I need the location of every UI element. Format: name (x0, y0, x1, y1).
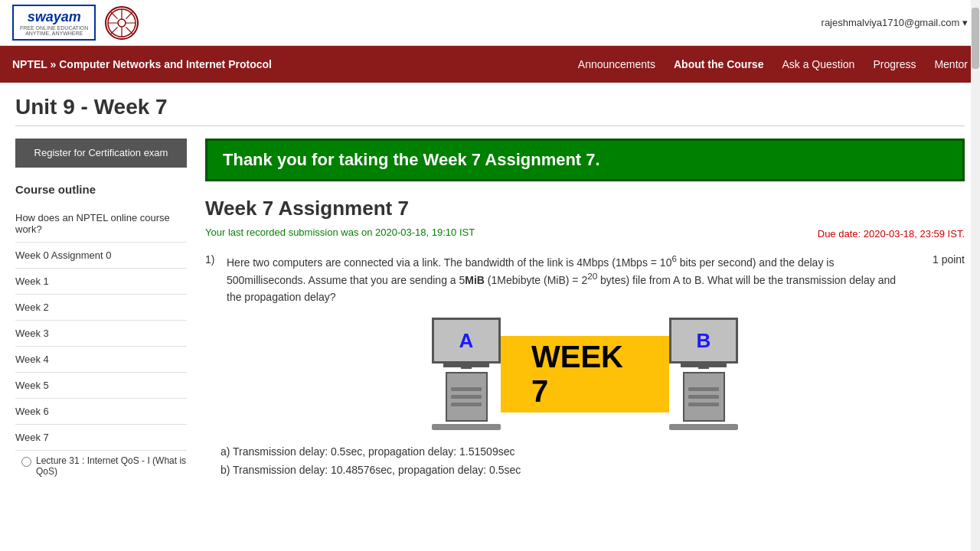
question-bold-mib: MiB (465, 274, 485, 286)
swayam-logo: swayam FREE ONLINE EDUCATIONANYTIME, ANY… (12, 5, 96, 41)
page-content: Unit 9 - Week 7 Register for Certificati… (0, 83, 980, 504)
computer-b: B (669, 318, 738, 430)
nav-bar: NPTEL » Computer Networks and Internet P… (0, 46, 980, 83)
computer-b-label: B (697, 329, 711, 353)
sidebar-item-how-it-works[interactable]: How does an NPTEL online course work? (15, 205, 187, 243)
question-text-1: Here two computers are connected via a l… (227, 256, 671, 269)
sidebar-item-week3[interactable]: Week 3 (15, 321, 187, 347)
breadcrumb-course[interactable]: Computer Networks and Internet Protocol (59, 58, 272, 70)
week7-banner: WEEK 7 (501, 336, 669, 412)
nav-announcements[interactable]: Announcements (578, 58, 655, 70)
main-layout: Register for Certification exam Course o… (15, 139, 965, 491)
nptel-logo (105, 6, 139, 40)
nav-about-course[interactable]: About the Course (674, 58, 763, 70)
sidebar-item-week6[interactable]: Week 6 (15, 399, 187, 425)
course-outline-title: Course outline (15, 183, 187, 196)
question-exp-1: 6 (671, 253, 676, 263)
user-email[interactable]: rajeshmalviya1710@gmail.com (822, 17, 968, 28)
option-a: a) Transmission delay: 0.5sec, propagati… (220, 442, 965, 461)
svg-line-8 (126, 11, 133, 18)
point-label-1: 1 point (919, 253, 965, 305)
thank-you-banner: Thank you for taking the Week 7 Assignme… (205, 139, 965, 181)
monitor-b: B (669, 318, 738, 364)
question-text-3: (1Mebibyte (MiB) = 2 (488, 274, 587, 286)
sidebar-item-week4[interactable]: Week 4 (15, 347, 187, 373)
sidebar-item-week7[interactable]: Week 7 (15, 425, 187, 451)
scrollbar-thumb[interactable] (972, 8, 979, 69)
register-button[interactable]: Register for Certification exam (15, 139, 187, 168)
due-date: Due date: 2020-03-18, 23:59 IST. (818, 228, 965, 240)
question-exp-2: 20 (587, 271, 597, 281)
svg-line-7 (126, 27, 133, 34)
nav-mentor[interactable]: Mentor (934, 58, 968, 70)
svg-line-9 (111, 27, 118, 34)
sidebar-item-week2[interactable]: Week 2 (15, 295, 187, 321)
question-row-1: 1) Here two computers are connected via … (205, 253, 965, 305)
option-b: b) Transmission delay: 10.48576sec, prop… (220, 461, 965, 479)
logo-area: swayam FREE ONLINE EDUCATIONANYTIME, ANY… (12, 5, 139, 41)
question-image-area: A (205, 318, 965, 430)
sidebar-sub-item-lecture31[interactable]: Lecture 31 : Internet QoS - I (What is Q… (15, 451, 187, 481)
breadcrumb-separator: » (51, 58, 60, 70)
options-list-1: a) Transmission delay: 0.5sec, propagati… (205, 442, 965, 479)
question-num-1: 1) (205, 253, 220, 305)
svg-point-1 (118, 19, 126, 27)
sidebar-item-week0[interactable]: Week 0 Assignment 0 (15, 243, 187, 269)
computer-a-label: A (459, 329, 474, 353)
sidebar-item-week5[interactable]: Week 5 (15, 373, 187, 399)
tower-a (446, 372, 488, 422)
nav-links: Announcements About the Course Ask a Que… (578, 58, 968, 70)
breadcrumb: NPTEL » Computer Networks and Internet P… (12, 58, 272, 70)
divider (15, 126, 965, 126)
lecture31-label: Lecture 31 : Internet QoS - I (What is Q… (36, 455, 187, 477)
page-title: Unit 9 - Week 7 (15, 95, 965, 119)
scrollbar-track[interactable] (971, 0, 980, 504)
breadcrumb-home[interactable]: NPTEL (12, 58, 47, 70)
sidebar: Register for Certification exam Course o… (15, 139, 199, 491)
top-header: swayam FREE ONLINE EDUCATIONANYTIME, ANY… (0, 0, 980, 46)
nav-progress[interactable]: Progress (873, 58, 916, 70)
question-block-1: 1) Here two computers are connected via … (205, 253, 965, 479)
computer-a: A (432, 318, 501, 430)
content-area: Thank you for taking the Week 7 Assignme… (199, 139, 965, 491)
submission-info: Your last recorded submission was on 202… (205, 227, 475, 238)
tower-b (683, 372, 725, 422)
monitor-a: A (432, 318, 501, 364)
nav-ask-question[interactable]: Ask a Question (782, 58, 854, 70)
lecture31-radio[interactable] (21, 457, 31, 467)
svg-line-6 (111, 11, 118, 18)
assignment-title: Week 7 Assignment 7 (205, 197, 965, 220)
sidebar-item-week1[interactable]: Week 1 (15, 269, 187, 295)
submission-row: Your last recorded submission was on 202… (205, 227, 965, 241)
